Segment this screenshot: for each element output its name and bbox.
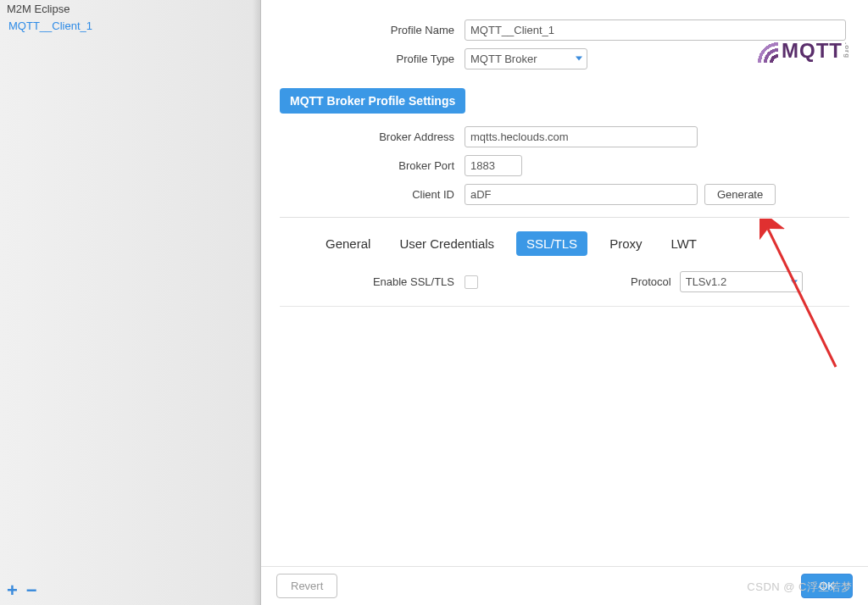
- checkbox-enable-ssl[interactable]: [465, 275, 478, 289]
- mqtt-logo: MQTT .org: [754, 39, 851, 63]
- label-profile-type: Profile Type: [261, 53, 465, 65]
- divider-after-ssl: [280, 306, 849, 307]
- select-profile-type-value: MQTT Broker: [465, 48, 587, 69]
- label-profile-name: Profile Name: [261, 24, 465, 36]
- section-title-broker-settings: MQTT Broker Profile Settings: [280, 88, 465, 114]
- input-client-id[interactable]: [465, 184, 698, 205]
- divider-before-tabs: [280, 217, 849, 218]
- label-enable-ssl: Enable SSL/TLS: [261, 275, 465, 288]
- dropdown-caret-icon: [791, 280, 798, 284]
- tab-general[interactable]: General: [319, 232, 377, 255]
- input-broker-port[interactable]: [465, 155, 522, 176]
- sidebar-footer: + −: [7, 580, 37, 602]
- generate-button[interactable]: Generate: [704, 184, 776, 205]
- sidebar-header: M2M Eclipse: [0, 0, 260, 18]
- mqtt-logo-text: MQTT: [782, 39, 843, 63]
- mqtt-logo-suffix: .org: [843, 42, 851, 58]
- tab-ssl-tls[interactable]: SSL/TLS: [516, 231, 587, 256]
- select-profile-type[interactable]: MQTT Broker: [465, 48, 587, 69]
- tab-proxy[interactable]: Proxy: [603, 232, 648, 255]
- tabs: General User Credentials SSL/TLS Proxy L…: [261, 226, 868, 263]
- dropdown-caret-icon: [576, 57, 582, 61]
- input-broker-address[interactable]: [465, 126, 698, 147]
- sidebar-item-client1[interactable]: MQTT__Client_1: [0, 18, 260, 36]
- tab-lwt[interactable]: LWT: [664, 232, 704, 255]
- input-profile-name[interactable]: [465, 19, 846, 41]
- label-broker-address: Broker Address: [261, 130, 465, 143]
- row-broker-port: Broker Port: [261, 151, 868, 180]
- tab-user-credentials[interactable]: User Credentials: [392, 232, 501, 255]
- mqtt-logo-icon: [754, 39, 778, 63]
- row-broker-address: Broker Address: [261, 122, 868, 151]
- row-ssl-settings: Enable SSL/TLS Protocol TLSv1.2: [261, 271, 868, 292]
- select-protocol[interactable]: TLSv1.2: [680, 271, 803, 292]
- label-protocol: Protocol: [631, 275, 671, 288]
- select-protocol-value: TLSv1.2: [680, 271, 803, 292]
- add-profile-icon[interactable]: +: [7, 580, 18, 602]
- label-client-id: Client ID: [261, 188, 465, 201]
- main-panel: Profile Name Profile Type MQTT Broker MQ…: [261, 0, 868, 605]
- sidebar: M2M Eclipse MQTT__Client_1 + −: [0, 0, 261, 605]
- label-broker-port: Broker Port: [261, 159, 465, 172]
- remove-profile-icon[interactable]: −: [26, 580, 37, 602]
- revert-button[interactable]: Revert: [276, 574, 337, 598]
- watermark-text: CSDN @ C浮生若梦: [747, 580, 853, 595]
- row-client-id: Client ID Generate: [261, 180, 868, 208]
